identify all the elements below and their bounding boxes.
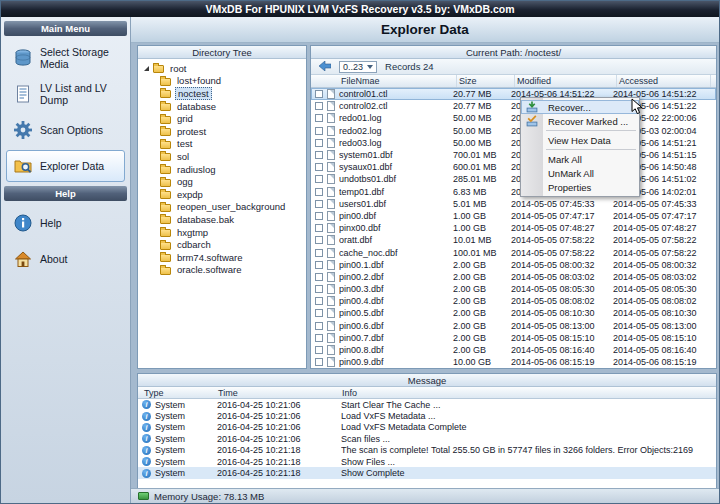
file-row[interactable]: pin00.dbf1.00 GB2014-05-05 07:47:172014-…: [311, 210, 716, 222]
column-type[interactable]: Type: [144, 388, 218, 398]
file-row[interactable]: control02.ctl20.77 MB2014-05-06 14:51:22…: [311, 100, 716, 112]
message-row[interactable]: iSystem2016-04-25 10:21:18Show Files ...: [138, 456, 716, 467]
row-checkbox[interactable]: [315, 322, 323, 330]
file-row[interactable]: redo03.log50.00 MB2014-05-06 14:51:21201…: [311, 137, 716, 149]
row-checkbox[interactable]: [315, 102, 323, 110]
menu-item-properties[interactable]: Properties: [521, 180, 639, 194]
file-row[interactable]: pin00.8.dbf2.00 GB2014-05-05 08:16:40201…: [311, 344, 716, 356]
file-row[interactable]: sysaux01.dbf600.01 MB2014-05-06 14:50:48…: [311, 161, 716, 173]
folder-icon: [160, 116, 171, 124]
row-checkbox[interactable]: [315, 273, 323, 281]
row-checkbox[interactable]: [315, 261, 323, 269]
file-row[interactable]: pin00.7.dbf2.00 GB2014-05-05 08:15:10201…: [311, 332, 716, 344]
file-row[interactable]: undotbs01.dbf285.01 MB2014-05-06 14:51:0…: [311, 173, 716, 185]
menu-item-recover[interactable]: Recover...: [521, 100, 639, 114]
file-row[interactable]: pin00.2.dbf2.00 GB2014-05-05 08:03:02201…: [311, 271, 716, 283]
column-modified[interactable]: Modified: [515, 75, 617, 87]
file-row[interactable]: redo02.log50.00 MB2014-05-03 02:00:04201…: [311, 125, 716, 137]
sidebar-item-help[interactable]: Help: [6, 207, 125, 239]
file-row[interactable]: cache_noc.dbf100.01 MB2014-05-05 07:58:2…: [311, 246, 716, 258]
row-checkbox[interactable]: [315, 334, 323, 342]
sidebar-item-about[interactable]: About: [6, 243, 125, 275]
row-checkbox[interactable]: [315, 200, 323, 208]
column-size[interactable]: Size: [457, 75, 515, 87]
tree-item-grid[interactable]: grid: [138, 112, 306, 125]
tree-item-reopen-user-background[interactable]: reopen_user_background: [138, 201, 306, 214]
menu-item-label: UnMark All: [548, 168, 594, 179]
file-row[interactable]: pin00.6.dbf2.00 GB2014-05-05 08:13:00201…: [311, 320, 716, 332]
tree-item-oracle-software[interactable]: oracle.software: [138, 264, 306, 277]
file-name: pin00.9.dbf: [339, 357, 453, 367]
menu-item-mark-all[interactable]: Mark All: [521, 152, 639, 166]
file-row[interactable]: pin00.5.dbf2.00 GB2014-05-05 08:10:30201…: [311, 307, 716, 319]
row-checkbox[interactable]: [315, 151, 323, 159]
back-arrow-icon[interactable]: [319, 61, 331, 73]
row-checkbox[interactable]: [315, 163, 323, 171]
file-size: 2.00 GB: [453, 284, 511, 294]
folder-icon: [160, 90, 171, 98]
tree-root[interactable]: root: [138, 62, 306, 75]
sidebar-item-explorer-data[interactable]: Explorer Data: [6, 150, 125, 182]
sidebar-item-select-storage-media[interactable]: Select Storage Media: [6, 42, 125, 74]
file-row[interactable]: oratt.dbf10.01 MB2014-05-05 07:58:222014…: [311, 234, 716, 246]
tree-item-database[interactable]: database: [138, 100, 306, 113]
row-checkbox[interactable]: [315, 224, 323, 232]
message-row[interactable]: iSystem2016-04-25 10:21:06Load VxFS Meta…: [138, 422, 716, 433]
message-row[interactable]: iSystem2016-04-25 10:21:18The scan is co…: [138, 445, 716, 456]
row-checkbox[interactable]: [315, 309, 323, 317]
row-checkbox[interactable]: [315, 114, 323, 122]
message-row[interactable]: iSystem2016-04-25 10:21:06Load VxFS Meta…: [138, 410, 716, 421]
sidebar-item-scan-options[interactable]: Scan Options: [6, 114, 125, 146]
file-row[interactable]: redo01.log50.00 MB2014-05-02 22:00:06201…: [311, 112, 716, 124]
tree-item-expdp[interactable]: expdp: [138, 188, 306, 201]
row-checkbox[interactable]: [315, 297, 323, 305]
row-checkbox[interactable]: [315, 90, 323, 98]
column-filename[interactable]: FileNmae: [339, 75, 457, 87]
tree-expander-icon[interactable]: [144, 66, 149, 71]
tree-item-noctest[interactable]: noctest: [138, 87, 306, 100]
file-row[interactable]: control01.ctl20.77 MB2014-05-06 14:51:22…: [311, 88, 716, 100]
row-checkbox[interactable]: [315, 285, 323, 293]
column-info[interactable]: Info: [342, 388, 716, 398]
file-row[interactable]: temp01.dbf6.83 MB2014-05-06 14:02:012014…: [311, 186, 716, 198]
tree-item-cdbarch[interactable]: cdbarch: [138, 238, 306, 251]
row-checkbox[interactable]: [315, 358, 323, 366]
file-row[interactable]: users01.dbf5.01 MB2014-05-05 07:45:33201…: [311, 198, 716, 210]
row-checkbox[interactable]: [315, 236, 323, 244]
message-row[interactable]: iSystem2016-04-25 10:21:06Start Clear Th…: [138, 399, 716, 410]
row-checkbox[interactable]: [315, 346, 323, 354]
page-range-select[interactable]: 0..23: [339, 61, 377, 73]
message-row[interactable]: iSystem2016-04-25 10:21:06Scan files ...: [138, 433, 716, 444]
message-row[interactable]: iSystem2016-04-25 10:21:18Show Complete: [138, 467, 716, 478]
info-icon: i: [142, 434, 151, 443]
file-row[interactable]: pinx00.dbf1.00 GB2014-05-05 07:48:272014…: [311, 222, 716, 234]
row-checkbox[interactable]: [315, 249, 323, 257]
sidebar-item-lv-list-and-lv-dump[interactable]: LV List and LV Dump: [6, 78, 125, 110]
tree-item-lost-found[interactable]: lost+found: [138, 75, 306, 88]
column-time[interactable]: Time: [218, 388, 342, 398]
file-row[interactable]: pin00.9.dbf10.00 GB2014-05-06 08:15:1920…: [311, 356, 716, 368]
tree-item-radiuslog[interactable]: radiuslog: [138, 163, 306, 176]
tree-item-ogg[interactable]: ogg: [138, 175, 306, 188]
file-row[interactable]: system01.dbf700.01 MB2014-05-06 14:51:15…: [311, 149, 716, 161]
row-checkbox[interactable]: [315, 212, 323, 220]
menu-item-unmark-all[interactable]: UnMark All: [521, 166, 639, 180]
menu-item-recover-marked[interactable]: Recover Marked ...: [521, 114, 639, 128]
tree-item-brm74-software[interactable]: brm74.software: [138, 251, 306, 264]
row-checkbox[interactable]: [315, 139, 323, 147]
column-accessed[interactable]: Accessed: [617, 75, 711, 87]
tree-item-label: hxgtmp: [175, 227, 210, 238]
file-row[interactable]: pin00.1.dbf2.00 GB2014-05-05 08:00:32201…: [311, 259, 716, 271]
file-icon: [327, 199, 335, 209]
tree-item-protest[interactable]: protest: [138, 125, 306, 138]
file-row[interactable]: pin00.4.dbf2.00 GB2014-05-05 08:08:02201…: [311, 295, 716, 307]
row-checkbox[interactable]: [315, 188, 323, 196]
row-checkbox[interactable]: [315, 175, 323, 183]
tree-item-sol[interactable]: sol: [138, 150, 306, 163]
tree-item-test[interactable]: test: [138, 138, 306, 151]
tree-item-database-bak[interactable]: database.bak: [138, 213, 306, 226]
file-row[interactable]: pin00.3.dbf2.00 GB2014-05-05 08:05:30201…: [311, 283, 716, 295]
row-checkbox[interactable]: [315, 127, 323, 135]
tree-item-hxgtmp[interactable]: hxgtmp: [138, 226, 306, 239]
menu-item-view-hex-data[interactable]: View Hex Data: [521, 133, 639, 147]
